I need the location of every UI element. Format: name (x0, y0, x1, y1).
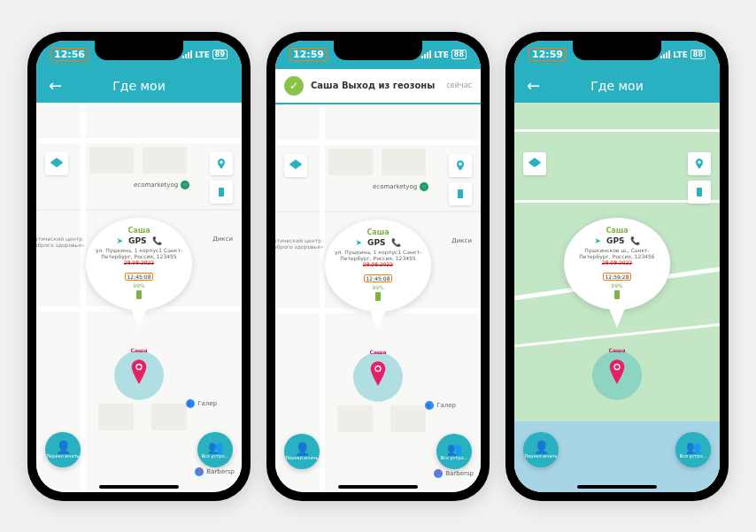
battery-level: 88 (690, 50, 706, 59)
phone-notch (573, 41, 661, 60)
poi-galer: 👥Галер (186, 399, 217, 408)
poi-side: атический центр оброго здоровья» (36, 235, 88, 248)
lte-label: LTE (673, 50, 688, 59)
poi-barber: 📍Barbersp (195, 467, 235, 476)
switch-icon: 👤 (534, 441, 549, 453)
callout-method: GPS (367, 238, 385, 247)
signal-icon (421, 50, 431, 58)
battery-level: 89 (212, 50, 228, 59)
pin-button[interactable] (688, 152, 711, 175)
marker-pin[interactable] (129, 359, 149, 384)
callout-battery: 99% (332, 284, 424, 290)
callout-time: 12:45:08 (125, 273, 154, 281)
app-header: ← Где мои (514, 69, 720, 103)
pin-icon (693, 156, 706, 172)
poi-ecomarket: ecomarketyog🛒 (373, 182, 428, 191)
phone-mockup-2: 12:59 LTE 88 ✓ Саша Выход из геозоны сей… (266, 32, 490, 501)
callout-time: 12:59:28 (603, 273, 632, 281)
marker-pin[interactable] (368, 361, 388, 386)
send-icon[interactable]: ➤ (355, 238, 362, 247)
battery-icon (614, 290, 620, 299)
map-view[interactable]: ecomarketyog🛒 Дикси 👥Галер 📍Barbersp ати… (36, 103, 242, 492)
page-title: Где мои (112, 79, 166, 93)
phone-mockup-1: 12:56 LTE 89 ← Где мои ecomarketyog🛒 Дик… (27, 32, 251, 501)
callout-method: GPS (128, 236, 146, 245)
svg-rect-0 (219, 188, 224, 197)
callout-address: ул. Пушкина, 1 корпус1 Санкт-Петербург, … (332, 249, 424, 261)
location-callout[interactable]: Саша ➤ GPS 📞 Пушкинское ш., Санкт-Петерб… (564, 218, 670, 310)
phone-mockup-3: 12:59 LTE 88 ← Где мои (505, 32, 729, 501)
call-icon[interactable]: 📞 (391, 238, 401, 247)
poi-dixy: Дикси (451, 237, 472, 244)
status-right: LTE 88 (660, 50, 706, 59)
switch-icon: 👤 (56, 441, 71, 453)
all-devices-fab[interactable]: 👥 Все устро... (675, 432, 711, 467)
lte-label: LTE (195, 50, 210, 59)
layers-icon (528, 157, 542, 171)
callout-time: 12:45:08 (364, 274, 393, 282)
page-title: Где мои (590, 79, 644, 93)
marker-label: Саша (370, 349, 387, 355)
poi-ecomarket: ecomarketyog🛒 (134, 181, 189, 189)
send-icon[interactable]: ➤ (594, 236, 601, 245)
all-devices-fab[interactable]: 👥 Все устро... (197, 432, 233, 467)
location-callout[interactable]: Саша ➤ GPS 📞 ул. Пушкина, 1 корпус1 Санк… (325, 220, 431, 312)
svg-point-2 (137, 365, 142, 369)
marker-pin[interactable] (607, 359, 627, 384)
back-icon[interactable]: ← (527, 76, 540, 95)
poi-barber: 📍Barbersp (434, 469, 474, 478)
notification-banner[interactable]: ✓ Саша Выход из геозоны сейчас (275, 69, 481, 104)
map-view[interactable]: ecomarketyog🛒 Дикси 👥Галер 📍Barbersp ати… (275, 104, 481, 492)
svg-point-8 (615, 365, 620, 369)
home-indicator[interactable] (99, 485, 179, 489)
poi-galer: 👥Галер (425, 401, 456, 410)
layers-icon (50, 157, 64, 171)
call-icon[interactable]: 📞 (152, 236, 162, 245)
map-view[interactable]: Саша ➤ GPS 📞 Пушкинское ш., Санкт-Петерб… (514, 103, 720, 492)
group-icon: 👥 (686, 441, 701, 453)
switch-device-fab[interactable]: 👤 Перекл ючить (284, 434, 320, 469)
phone-icon (455, 186, 466, 202)
send-icon[interactable]: ➤ (116, 236, 123, 245)
device-button[interactable] (688, 181, 711, 204)
lte-label: LTE (434, 50, 449, 59)
switch-icon: 👤 (295, 443, 310, 455)
poi-dixy: Дикси (212, 235, 233, 243)
notification-time: сейчас (446, 81, 472, 89)
callout-battery: 99% (571, 282, 663, 289)
switch-device-fab[interactable]: 👤 Перекл ючить (45, 432, 81, 467)
callout-date: 28.08.2022 (93, 259, 185, 266)
layers-button[interactable] (284, 154, 307, 177)
device-button[interactable] (449, 182, 472, 205)
screen: 12:59 LTE 88 ✓ Саша Выход из геозоны сей… (275, 41, 481, 492)
svg-rect-3 (458, 189, 463, 198)
callout-person-name: Саша (93, 227, 185, 235)
app-header: ← Где мои (36, 69, 242, 103)
signal-icon (660, 50, 670, 58)
layers-button[interactable] (45, 152, 68, 175)
battery-icon (375, 292, 381, 301)
group-icon: 👥 (208, 441, 223, 453)
callout-battery: 99% (93, 282, 185, 289)
call-icon[interactable]: 📞 (630, 236, 640, 245)
callout-method: GPS (606, 236, 624, 245)
home-indicator[interactable] (338, 485, 418, 489)
status-right: LTE 89 (182, 50, 228, 59)
callout-date: 28.08.2022 (332, 261, 424, 267)
switch-device-fab[interactable]: 👤 Перекл ючить (523, 432, 559, 467)
layers-button[interactable] (523, 152, 546, 175)
pin-icon (454, 158, 467, 173)
home-indicator[interactable] (577, 485, 657, 489)
pin-button[interactable] (210, 152, 233, 175)
back-icon[interactable]: ← (49, 76, 62, 95)
callout-address: ул. Пушкина, 1 корпус1 Санкт-Петербург, … (93, 247, 185, 259)
location-callout[interactable]: Саша ➤ GPS 📞 ул. Пушкина, 1 корпус1 Санк… (86, 218, 192, 310)
device-button[interactable] (210, 181, 233, 204)
all-devices-fab[interactable]: 👥 Все устро... (436, 434, 472, 469)
status-time: 12:59 (289, 48, 328, 61)
poi-side: атический центр оброго здоровья» (275, 237, 327, 250)
status-time: 12:59 (528, 48, 567, 61)
svg-rect-6 (697, 188, 702, 197)
pin-button[interactable] (449, 154, 472, 177)
callout-date: 28.08.2022 (571, 259, 663, 266)
